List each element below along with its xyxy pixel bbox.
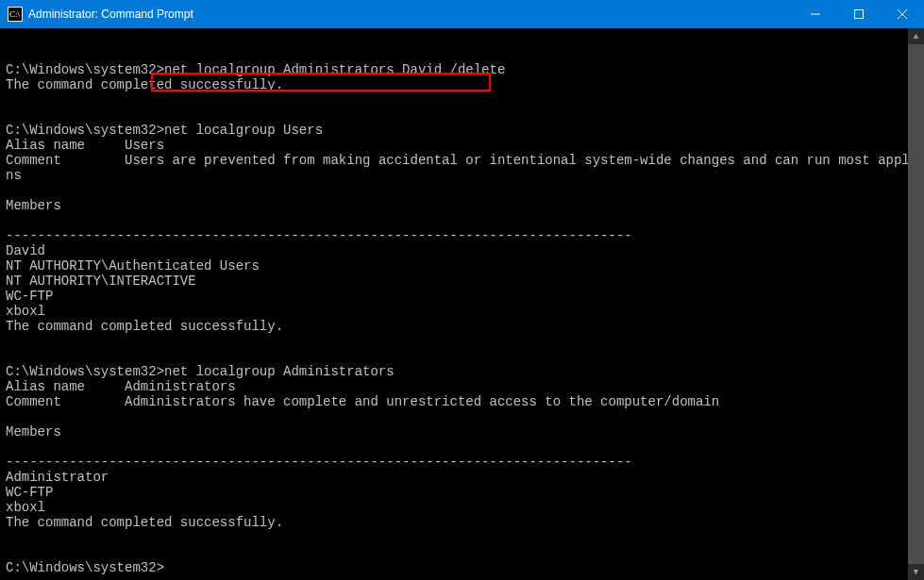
svg-rect-4 bbox=[855, 10, 864, 19]
output-line: The command completed successfully. bbox=[6, 77, 283, 92]
output-line: The command completed successfully. bbox=[6, 515, 283, 530]
prompt-line: C:\Windows\system32> bbox=[6, 560, 164, 575]
divider-line: ----------------------------------------… bbox=[6, 228, 632, 243]
chevron-down-icon: ▼ bbox=[914, 568, 918, 577]
window-controls bbox=[794, 0, 924, 28]
maximize-button[interactable] bbox=[837, 0, 881, 28]
prompt: C:\Windows\system32> bbox=[6, 560, 164, 575]
cmd-icon: C:\ bbox=[8, 7, 23, 22]
member-line: David bbox=[6, 243, 45, 258]
scrollbar-thumb[interactable] bbox=[908, 44, 924, 564]
member-line: NT AUTHORITY\INTERACTIVE bbox=[6, 273, 196, 289]
scrollbar-track[interactable] bbox=[908, 44, 924, 564]
close-icon bbox=[898, 9, 907, 19]
output-line: The command completed successfully. bbox=[6, 319, 283, 334]
terminal-output[interactable]: C:\Windows\system32>net localgroup Admin… bbox=[0, 28, 908, 580]
terminal-area: C:\Windows\system32>net localgroup Admin… bbox=[0, 28, 924, 580]
vertical-scrollbar[interactable]: ▲ ▼ bbox=[908, 28, 924, 580]
divider-line: ----------------------------------------… bbox=[6, 455, 632, 470]
maximize-icon bbox=[854, 9, 864, 19]
prompt-line: C:\Windows\system32>net localgroup Users bbox=[6, 123, 323, 138]
output-line: ns bbox=[6, 168, 22, 183]
output-line: Alias name Administrators bbox=[6, 379, 236, 394]
close-button[interactable] bbox=[881, 0, 924, 28]
minimize-icon bbox=[811, 9, 820, 19]
prompt-line: C:\Windows\system32>net localgroup Admin… bbox=[6, 364, 395, 379]
scroll-down-button[interactable]: ▼ bbox=[908, 564, 924, 580]
window-title: Administrator: Command Prompt bbox=[28, 8, 193, 21]
member-line: xboxl bbox=[6, 500, 45, 515]
member-line: Administrator bbox=[6, 470, 109, 485]
title-bar[interactable]: C:\ Administrator: Command Prompt bbox=[0, 0, 924, 28]
prompt: C:\Windows\system32> bbox=[6, 62, 164, 77]
scroll-up-button[interactable]: ▲ bbox=[908, 28, 924, 44]
svg-text:C:\: C:\ bbox=[9, 9, 21, 19]
minimize-button[interactable] bbox=[794, 0, 837, 28]
command-text: net localgroup Administrators David /del… bbox=[164, 62, 505, 77]
output-line: Members bbox=[6, 198, 61, 213]
output-line: Comment Users are prevented from making … bbox=[6, 153, 908, 168]
command-text: net localgroup Administrators bbox=[164, 364, 395, 379]
output-line: Alias name Users bbox=[6, 138, 164, 153]
prompt: C:\Windows\system32> bbox=[6, 123, 164, 138]
member-line: NT AUTHORITY\Authenticated Users bbox=[6, 258, 260, 273]
prompt: C:\Windows\system32> bbox=[6, 364, 164, 379]
member-line: xboxl bbox=[6, 304, 45, 319]
member-line: WC-FTP bbox=[6, 289, 53, 304]
prompt-line: C:\Windows\system32>net localgroup Admin… bbox=[6, 62, 505, 77]
member-line: WC-FTP bbox=[6, 485, 53, 500]
command-text: net localgroup Users bbox=[164, 123, 323, 138]
output-line: Comment Administrators have complete and… bbox=[6, 394, 719, 409]
output-line: Members bbox=[6, 424, 61, 439]
chevron-up-icon: ▲ bbox=[914, 32, 918, 41]
